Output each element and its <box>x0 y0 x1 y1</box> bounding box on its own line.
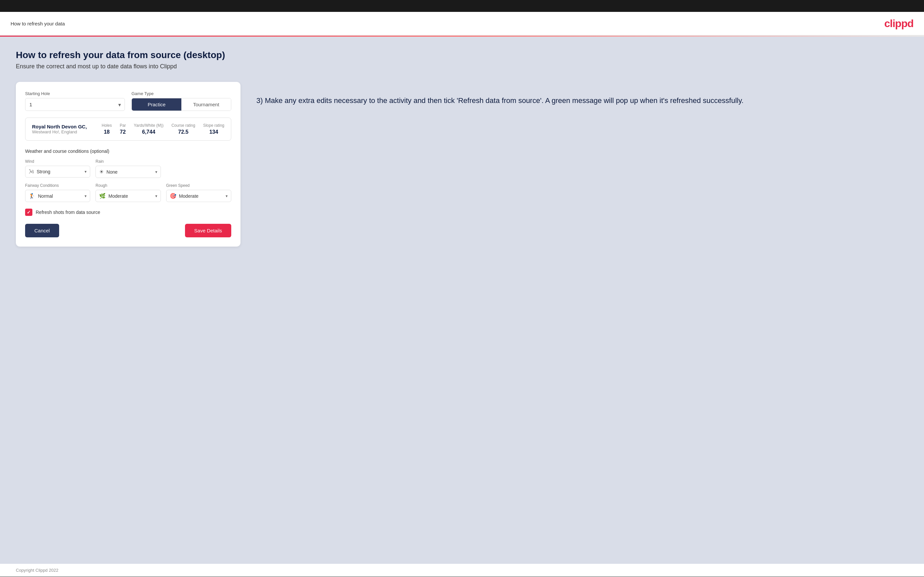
rain-chevron-icon: ▾ <box>155 170 157 174</box>
top-bar <box>0 0 924 12</box>
fairway-value: Normal <box>38 193 78 199</box>
slope-rating-stat: Slope rating 134 <box>203 123 224 135</box>
rain-select[interactable]: ☀ None ▾ <box>95 166 160 178</box>
fairway-group: Fairway Conditions 🏌 Normal ▾ <box>25 183 90 202</box>
wind-value: Strong <box>37 169 78 174</box>
par-label: Par <box>120 123 126 128</box>
refresh-checkbox[interactable] <box>25 209 32 216</box>
page-subheading: Ensure the correct and most up to date d… <box>16 63 908 70</box>
course-rating-stat: Course rating 72.5 <box>171 123 195 135</box>
course-holes-stat: Holes 18 <box>102 123 112 135</box>
slope-rating-value: 134 <box>203 129 224 135</box>
holes-label: Holes <box>102 123 112 128</box>
rough-group: Rough 🌿 Moderate ▾ <box>95 183 160 202</box>
header-title: How to refresh your data <box>11 21 65 26</box>
save-button[interactable]: Save Details <box>185 224 231 237</box>
fairway-rough-green-row: Fairway Conditions 🏌 Normal ▾ Rough 🌿 Mo… <box>25 183 231 202</box>
game-type-label: Game Type <box>131 91 231 96</box>
starting-hole-select[interactable]: 1 10 <box>25 98 125 111</box>
footer: Copyright Clippd 2022 <box>0 564 924 577</box>
wind-icon: 🌬 <box>29 169 34 175</box>
empty-group <box>166 159 231 178</box>
course-name: Royal North Devon GC, Westward Ho!, Engl… <box>32 124 94 134</box>
cancel-button[interactable]: Cancel <box>25 224 59 237</box>
refresh-checkbox-row: Refresh shots from data source <box>25 209 231 216</box>
green-speed-group: Green Speed 🎯 Moderate ▾ <box>166 183 231 202</box>
starting-hole-select-wrapper: 1 10 <box>25 98 125 111</box>
rough-chevron-icon: ▾ <box>155 194 157 198</box>
course-yards-stat: Yards/White (M)) 6,744 <box>134 123 163 135</box>
refresh-checkbox-label: Refresh shots from data source <box>36 210 100 215</box>
green-speed-label: Green Speed <box>166 183 231 188</box>
green-speed-select[interactable]: 🎯 Moderate ▾ <box>166 190 231 202</box>
holes-value: 18 <box>102 129 112 135</box>
course-info-box: Royal North Devon GC, Westward Ho!, Engl… <box>25 118 231 140</box>
button-row: Cancel Save Details <box>25 224 231 237</box>
green-speed-value: Moderate <box>179 193 219 199</box>
starting-hole-group: Starting Hole 1 10 <box>25 91 125 111</box>
rain-label: Rain <box>95 159 160 164</box>
starting-hole-game-type-row: Starting Hole 1 10 Game Type Practice To… <box>25 91 231 111</box>
fairway-icon: 🏌 <box>29 193 36 199</box>
form-card: Starting Hole 1 10 Game Type Practice To… <box>16 82 241 247</box>
starting-hole-label: Starting Hole <box>25 91 125 96</box>
weather-section-label: Weather and course conditions (optional) <box>25 148 231 154</box>
wind-label: Wind <box>25 159 90 164</box>
green-speed-chevron-icon: ▾ <box>226 194 228 198</box>
yards-label: Yards/White (M)) <box>134 123 163 128</box>
wind-group: Wind 🌬 Strong ▾ <box>25 159 90 178</box>
rough-label: Rough <box>95 183 160 188</box>
rain-icon: ☀ <box>99 169 104 175</box>
page-heading: How to refresh your data from source (de… <box>16 50 908 60</box>
game-type-buttons: Practice Tournament <box>131 98 231 111</box>
info-panel: 3) Make any extra edits necessary to the… <box>256 82 908 106</box>
course-location: Westward Ho!, England <box>32 129 94 134</box>
course-rating-value: 72.5 <box>171 129 195 135</box>
game-type-group: Game Type Practice Tournament <box>131 91 231 111</box>
header: How to refresh your data clippd <box>0 12 924 35</box>
slope-rating-label: Slope rating <box>203 123 224 128</box>
logo: clippd <box>884 18 913 30</box>
wind-chevron-icon: ▾ <box>84 169 87 174</box>
course-par-stat: Par 72 <box>120 123 126 135</box>
course-name-main: Royal North Devon GC, <box>32 124 94 129</box>
practice-button[interactable]: Practice <box>132 98 181 111</box>
content-area: Starting Hole 1 10 Game Type Practice To… <box>16 82 908 247</box>
rain-group: Rain ☀ None ▾ <box>95 159 160 178</box>
fairway-chevron-icon: ▾ <box>84 194 87 198</box>
yards-value: 6,744 <box>134 129 163 135</box>
footer-text: Copyright Clippd 2022 <box>16 568 58 573</box>
tournament-button[interactable]: Tournament <box>181 98 231 111</box>
wind-rain-row: Wind 🌬 Strong ▾ Rain ☀ None ▾ <box>25 159 231 178</box>
par-value: 72 <box>120 129 126 135</box>
info-text: 3) Make any extra edits necessary to the… <box>256 95 908 106</box>
main-content: How to refresh your data from source (de… <box>0 37 924 564</box>
rain-value: None <box>107 169 148 175</box>
wind-select[interactable]: 🌬 Strong ▾ <box>25 166 90 177</box>
course-rating-label: Course rating <box>171 123 195 128</box>
fairway-label: Fairway Conditions <box>25 183 90 188</box>
fairway-select[interactable]: 🏌 Normal ▾ <box>25 190 90 202</box>
rough-select[interactable]: 🌿 Moderate ▾ <box>95 190 160 202</box>
rough-icon: 🌿 <box>99 193 106 199</box>
rough-value: Moderate <box>108 193 148 199</box>
green-speed-icon: 🎯 <box>170 193 176 199</box>
